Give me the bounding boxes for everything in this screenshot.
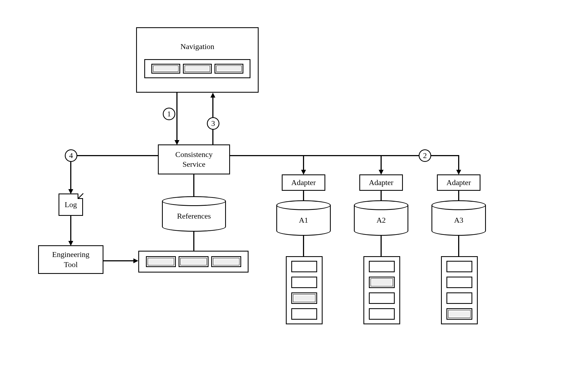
db2-to-stack (381, 235, 382, 256)
stack2-slot-bevel (369, 277, 395, 288)
edge-4-arrow (68, 189, 73, 194)
edge-4-hline (70, 155, 158, 156)
adapter-stack-3 (441, 256, 478, 324)
ref-to-slots-line (193, 232, 194, 251)
ref-slot (146, 256, 176, 267)
log-label: Log (65, 200, 77, 209)
navigation-title: Navigation (180, 42, 214, 52)
stack3-slot (446, 277, 472, 288)
adapter-label: Adapter (446, 178, 471, 187)
ad3-to-db (458, 191, 459, 201)
edge-label-4: 4 (65, 149, 77, 162)
stack3-slot-bevel (446, 308, 472, 320)
nav-slot (215, 64, 243, 74)
edge-2-a3 (456, 170, 461, 175)
stack3-slot (446, 292, 472, 304)
edge-3-arrow (210, 93, 215, 98)
edge-2-a2 (379, 170, 384, 175)
stack1-slot-bevel (291, 292, 317, 304)
adapter-stack-2 (363, 256, 400, 324)
log-to-eng-line (70, 216, 71, 242)
navigation-box: Navigation (136, 27, 259, 93)
adapter-db-3: A3 (431, 200, 486, 236)
adapter-box-3: Adapter (437, 174, 480, 191)
nav-slot (151, 64, 180, 74)
stack2-slot (369, 292, 395, 304)
consistency-title: Consistency Service (175, 150, 213, 170)
adapter-db-2: A2 (354, 200, 408, 236)
eng-to-ref-line (103, 260, 134, 261)
references-label: References (177, 212, 211, 220)
adapter-box-1: Adapter (282, 174, 325, 191)
stack1-slot (291, 261, 317, 272)
ad2-to-db (381, 191, 382, 201)
edge-2-v3 (458, 155, 459, 170)
adapter-db-label-3: A3 (454, 216, 463, 225)
engineering-tool-label: Engineering Tool (52, 250, 90, 270)
adapter-db-label-1: A1 (299, 216, 308, 225)
ref-slot (211, 256, 241, 267)
navigation-slot-container (144, 59, 250, 78)
ref-slot (179, 256, 209, 267)
edge-label-2: 2 (419, 149, 431, 162)
adapter-stack-1 (286, 256, 323, 324)
adapter-box-2: Adapter (359, 174, 403, 191)
log-to-eng-arrow (68, 241, 73, 246)
edge-2-a1 (301, 170, 306, 175)
log-file: Log (59, 193, 83, 216)
references-slot-container (138, 251, 249, 273)
stack1-slot (291, 277, 317, 288)
adapter-label: Adapter (291, 178, 316, 187)
edge-2-v1 (303, 155, 304, 170)
stack1-slot (291, 308, 317, 320)
stack3-slot (446, 261, 472, 272)
references-db: References (162, 196, 226, 232)
edge-label-1: 1 (163, 108, 175, 120)
eng-to-ref-arrow (133, 258, 138, 263)
db3-to-stack (458, 235, 459, 256)
edge-1-arrow (174, 140, 179, 145)
stack2-slot (369, 261, 395, 272)
stack2-slot (369, 308, 395, 320)
nav-slot (183, 64, 212, 74)
adapter-label: Adapter (369, 178, 393, 187)
engineering-tool-box: Engineering Tool (38, 245, 103, 274)
consistency-service-box: Consistency Service (158, 144, 230, 174)
db1-to-stack (303, 235, 304, 256)
adapter-db-1: A1 (276, 200, 331, 236)
ad1-to-db (303, 191, 304, 201)
cs-to-ref-line (193, 174, 194, 196)
edge-1-line (176, 93, 177, 142)
edge-2-v2 (381, 155, 382, 170)
edge-label-3: 3 (207, 117, 219, 130)
adapter-db-label-2: A2 (376, 216, 386, 225)
